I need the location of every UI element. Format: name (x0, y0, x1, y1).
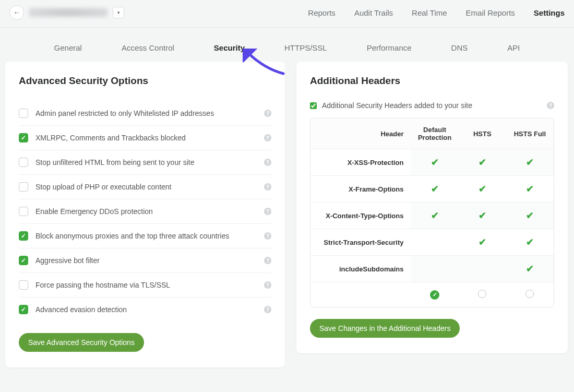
option-checkbox[interactable] (19, 256, 28, 265)
table-row: Strict-Transport-Security✔✔ (310, 229, 554, 255)
check-icon: ✔ (526, 184, 534, 194)
tab-security[interactable]: Security (214, 43, 245, 52)
plan-radio[interactable] (478, 290, 486, 298)
chevron-down-icon: ▾ (117, 10, 120, 15)
security-option-row: Advanced evasion detection? (19, 298, 271, 322)
table-header-row: HeaderDefault ProtectionHSTSHSTS Full (310, 118, 554, 149)
option-label: Advanced evasion detection (35, 305, 257, 314)
help-icon[interactable]: ? (264, 208, 271, 215)
header-name-cell: Strict-Transport-Security (310, 229, 411, 255)
security-option-row: Stop unfiltered HTML from being sent to … (19, 150, 271, 175)
primary-nav: Reports Audit Trails Real Time Email Rep… (308, 8, 565, 17)
nav-reports[interactable]: Reports (308, 8, 336, 17)
header-support-cell: ✔ (506, 149, 554, 175)
security-option-row: Aggressive bot filter? (19, 248, 271, 273)
headers-enabled-checkbox[interactable] (310, 102, 317, 109)
nav-real-time[interactable]: Real Time (412, 8, 447, 17)
option-label: Force passing the hostname via TLS/SSL (35, 281, 257, 289)
card-title: Advanced Security Options (19, 75, 271, 87)
nav-email-reports[interactable]: Email Reports (466, 8, 515, 17)
option-label: Aggressive bot filter (35, 256, 257, 265)
help-icon[interactable]: ? (264, 232, 271, 240)
check-icon: ✔ (431, 210, 439, 221)
option-label: Block anonymous proxies and the top thre… (35, 232, 257, 240)
table-column-header: Default Protection (411, 118, 458, 149)
plan-radio[interactable] (525, 290, 534, 298)
help-icon[interactable]: ? (264, 257, 271, 264)
header-support-cell: ✔ (459, 229, 506, 255)
headers-enabled-label: Additional Security Headers added to you… (322, 101, 542, 110)
nav-settings[interactable]: Settings (534, 8, 565, 17)
check-icon: ✔ (479, 210, 486, 221)
header-support-cell: ✔ (506, 255, 554, 282)
help-icon[interactable]: ? (264, 159, 271, 166)
topbar-left: ← ▾ (9, 5, 124, 20)
help-icon[interactable]: ? (264, 183, 271, 191)
header-name-cell: includeSubdomains (310, 255, 411, 282)
header-support-cell: ✔ (459, 202, 506, 229)
help-icon[interactable]: ? (264, 281, 271, 289)
cards-row: Advanced Security Options Admin panel re… (0, 62, 574, 367)
table-row: X-Content-Type-Options✔✔✔ (310, 202, 554, 229)
option-checkbox[interactable] (19, 280, 28, 290)
header-support-cell: ✔ (506, 229, 554, 255)
option-label: Stop upload of PHP or executable content (35, 183, 257, 191)
header-support-cell: ✔ (411, 202, 458, 229)
plan-selector-row (310, 282, 554, 307)
header-support-cell: ✔ (411, 175, 458, 202)
domain-dropdown[interactable]: ▾ (113, 7, 124, 18)
option-checkbox[interactable] (19, 182, 28, 192)
back-button[interactable]: ← (9, 5, 24, 20)
option-checkbox[interactable] (19, 305, 28, 314)
option-checkbox[interactable] (19, 231, 28, 241)
domain-name-blurred (29, 8, 107, 17)
plan-radio-cell (459, 282, 506, 307)
topbar: ← ▾ Reports Audit Trails Real Time Email… (0, 0, 574, 28)
arrow-left-icon: ← (13, 8, 20, 17)
table-row: includeSubdomains✔ (310, 255, 554, 282)
table-column-header: Header (310, 118, 411, 149)
security-option-row: Stop upload of PHP or executable content… (19, 175, 271, 199)
help-icon[interactable]: ? (264, 134, 271, 141)
tab-https-ssl[interactable]: HTTPS/SSL (284, 43, 327, 52)
card-title: Additional Headers (310, 75, 554, 87)
tab-performance[interactable]: Performance (367, 43, 412, 52)
nav-audit-trails[interactable]: Audit Trails (354, 8, 393, 17)
help-icon[interactable]: ? (547, 102, 554, 109)
header-support-cell (459, 255, 506, 282)
settings-tabs: General Access Control Security HTTPS/SS… (0, 28, 574, 62)
option-label: Admin panel restricted to only Whitelist… (35, 109, 257, 117)
table-column-header: HSTS (459, 118, 506, 149)
header-support-cell (411, 229, 458, 255)
help-icon[interactable]: ? (264, 306, 271, 313)
save-headers-button[interactable]: Save Changes in the Additional Headers (310, 319, 460, 338)
tab-general[interactable]: General (54, 43, 82, 52)
table-row: X-XSS-Protection✔✔✔ (310, 149, 554, 175)
header-support-cell: ✔ (506, 202, 554, 229)
option-checkbox[interactable] (19, 158, 28, 167)
headers-enabled-row: Additional Security Headers added to you… (310, 101, 554, 118)
plan-radio-cell (411, 282, 458, 307)
plan-radio-selected[interactable] (430, 290, 439, 300)
header-support-cell: ✔ (411, 149, 458, 175)
header-name-cell: X-Frame-Options (310, 175, 411, 202)
tab-api[interactable]: API (507, 43, 520, 52)
check-icon: ✔ (526, 264, 534, 274)
check-icon: ✔ (479, 184, 486, 194)
save-security-button[interactable]: Save Advanced Security Options (19, 333, 144, 352)
security-option-row: Admin panel restricted to only Whitelist… (19, 101, 271, 126)
option-label: Stop unfiltered HTML from being sent to … (35, 158, 257, 167)
check-icon: ✔ (479, 237, 486, 247)
option-checkbox[interactable] (19, 109, 28, 118)
security-options-list: Admin panel restricted to only Whitelist… (19, 101, 271, 322)
security-option-row: Force passing the hostname via TLS/SSL? (19, 273, 271, 298)
security-option-row: XMLRPC, Comments and Trackbacks blocked? (19, 126, 271, 150)
option-label: Enable Emergency DDoS protection (35, 207, 257, 216)
tab-access-control[interactable]: Access Control (122, 43, 174, 52)
check-icon: ✔ (431, 184, 439, 194)
option-checkbox[interactable] (19, 207, 28, 216)
option-checkbox[interactable] (19, 133, 28, 142)
tab-dns[interactable]: DNS (451, 43, 468, 52)
help-icon[interactable]: ? (264, 110, 271, 117)
additional-headers-card: Additional Headers Additional Security H… (296, 62, 568, 353)
